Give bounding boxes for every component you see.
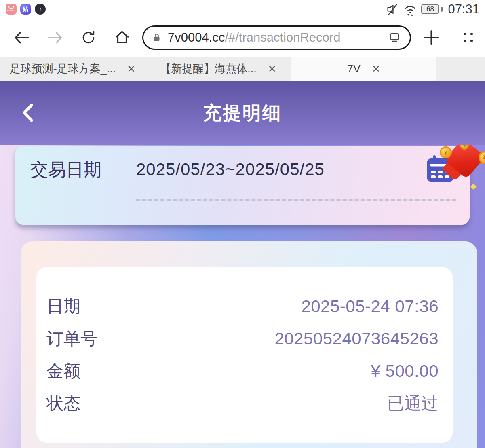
plus-icon xyxy=(422,29,440,46)
url-path: /#/transactionRecord xyxy=(225,30,340,44)
record-list-card: 日期 2025-05-24 07:36 订单号 2025052407364526… xyxy=(21,241,477,448)
tab-title: 7V xyxy=(347,63,361,75)
page-title: 充提明细 xyxy=(0,81,485,145)
menu-dot xyxy=(464,40,466,42)
close-icon[interactable]: ✕ xyxy=(372,63,380,75)
page-header: 充提明细 xyxy=(0,81,485,145)
tab-strip-filler xyxy=(436,57,485,81)
new-tab-button[interactable] xyxy=(422,29,440,46)
record-row-amount: 金额 ¥ 500.00 xyxy=(46,355,439,387)
row-value: 2025-05-24 07:36 xyxy=(301,297,439,316)
url-text: 7v0004.cc/#/transactionRecord xyxy=(168,30,387,45)
back-button[interactable] xyxy=(12,28,31,47)
screen: HUAWEI 贴 ♪ 68 xyxy=(0,0,485,448)
page-content: 交易日期 2025/05/23~2025/05/25 xyxy=(0,145,485,448)
battery-level: 68 xyxy=(426,5,434,13)
status-bar: HUAWEI 贴 ♪ 68 xyxy=(0,0,485,18)
tieba-icon: 贴 xyxy=(20,4,31,15)
appgallery-icon: HUAWEI xyxy=(6,4,17,15)
close-icon[interactable]: ✕ xyxy=(127,63,135,75)
dashed-divider xyxy=(136,199,456,201)
forward-button[interactable] xyxy=(46,28,65,47)
tab-strip: 足球预测-足球方案_... ✕ 【新提醒】海燕体... ✕ 7V ✕ xyxy=(0,57,485,81)
tab-title: 足球预测-足球方案_... xyxy=(10,61,116,76)
url-bar[interactable]: 7v0004.cc/#/transactionRecord xyxy=(142,25,411,50)
clock: 07:31 xyxy=(448,2,479,17)
tab-new-reminder[interactable]: 【新提醒】海燕体... ✕ xyxy=(146,57,291,81)
tieba-glyph: 贴 xyxy=(23,6,29,13)
home-icon xyxy=(113,29,131,46)
row-label: 订单号 xyxy=(46,328,97,350)
row-label: 状态 xyxy=(46,392,80,415)
calendar-picker-button[interactable] xyxy=(426,154,455,184)
date-filter-card: 交易日期 2025/05/23~2025/05/25 xyxy=(15,146,470,225)
tab-7v-active[interactable]: 7V ✕ xyxy=(291,57,436,81)
reload-icon xyxy=(80,29,97,46)
url-host: 7v0004.cc xyxy=(168,30,225,44)
tab-title: 【新提醒】海燕体... xyxy=(160,61,257,76)
row-value: 20250524073645263 xyxy=(274,329,439,349)
close-icon[interactable]: ✕ xyxy=(268,63,276,75)
record-row-date: 日期 2025-05-24 07:36 xyxy=(46,290,439,323)
record-row-status: 状态 已通过 xyxy=(46,387,439,420)
date-range-value[interactable]: 2025/05/23~2025/05/25 xyxy=(136,160,325,179)
battery-indicator: 68 xyxy=(421,4,439,14)
menu-dot xyxy=(470,40,473,42)
home-button[interactable] xyxy=(113,29,131,46)
sparkle-icon xyxy=(470,184,477,190)
coin-glyph: ¥ xyxy=(483,154,485,161)
calendar-icon xyxy=(426,154,455,184)
appgallery-smile xyxy=(8,6,14,9)
forward-arrow-icon xyxy=(46,28,65,47)
appgallery-label: HUAWEI xyxy=(7,10,15,12)
row-label: 金额 xyxy=(46,360,80,382)
tab-football-prediction[interactable]: 足球预测-足球方案_... ✕ xyxy=(0,57,146,81)
row-value: ¥ 500.00 xyxy=(371,361,439,381)
back-arrow-icon xyxy=(12,28,31,47)
transaction-date-label: 交易日期 xyxy=(30,158,101,182)
battery-nub xyxy=(441,7,443,12)
gold-coin-icon: ¥ xyxy=(479,151,485,164)
status-indicators: 68 07:31 xyxy=(386,2,479,17)
transaction-record-item: 日期 2025-05-24 07:36 订单号 2025052407364526… xyxy=(36,267,453,443)
tiktok-icon: ♪ xyxy=(35,4,46,15)
date-filter-row: 交易日期 2025/05/23~2025/05/25 xyxy=(15,146,470,193)
notification-app-icons: HUAWEI 贴 ♪ xyxy=(6,4,46,15)
row-label: 日期 xyxy=(46,295,80,318)
status-badge: 已通过 xyxy=(387,392,439,415)
mute-icon xyxy=(386,2,399,16)
menu-button[interactable] xyxy=(464,33,473,42)
browser-toolbar: 7v0004.cc/#/transactionRecord xyxy=(0,18,485,57)
music-note-icon: ♪ xyxy=(39,6,42,13)
record-row-order-number: 订单号 20250524073645263 xyxy=(46,323,439,355)
menu-dot xyxy=(464,33,466,35)
desktop-site-icon[interactable] xyxy=(387,30,402,45)
wifi-icon xyxy=(403,2,418,17)
menu-dot xyxy=(470,33,473,35)
reload-button[interactable] xyxy=(80,29,97,46)
lock-icon xyxy=(152,32,162,44)
